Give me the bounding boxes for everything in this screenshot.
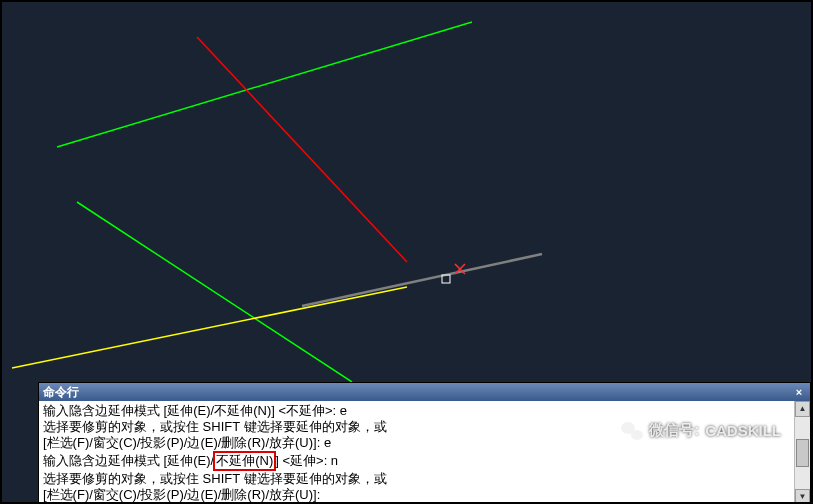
scroll-track[interactable]: [795, 417, 810, 489]
highlight-no-extend: 不延伸(N): [213, 451, 276, 471]
command-line-window: 命令行 × 输入隐含边延伸模式 [延伸(E)/不延伸(N)] <不延伸>: e选…: [38, 382, 811, 504]
canvas-svg: [2, 2, 811, 382]
wechat-icon: [621, 422, 643, 440]
command-line-title: 命令行: [43, 384, 79, 401]
scrollbar-vertical[interactable]: ▲ ▼: [794, 401, 810, 504]
command-line-3: 输入隐含边延伸模式 [延伸(E)/不延伸(N)] <延伸>: n: [43, 451, 806, 471]
command-line-body[interactable]: 输入隐含边延伸模式 [延伸(E)/不延伸(N)] <不延伸>: e选择要修剪的对…: [39, 401, 810, 504]
watermark-value: CADSKILL: [705, 422, 781, 439]
watermark-label: 微信号:: [649, 421, 699, 440]
command-line-4: 选择要修剪的对象，或按住 SHIFT 键选择要延伸的对象，或: [43, 471, 806, 487]
command-line-titlebar[interactable]: 命令行 ×: [39, 383, 810, 401]
red-line[interactable]: [197, 37, 407, 262]
command-line-0: 输入隐含边延伸模式 [延伸(E)/不延伸(N)] <不延伸>: e: [43, 403, 806, 419]
command-line-5: [栏选(F)/窗交(C)/投影(P)/边(E)/删除(R)/放弃(U)]:: [43, 487, 806, 503]
gray-line[interactable]: [302, 254, 542, 306]
close-icon[interactable]: ×: [792, 385, 806, 399]
scroll-down-icon[interactable]: ▼: [795, 489, 810, 504]
green-line-1[interactable]: [57, 22, 472, 147]
yellow-line[interactable]: [12, 287, 407, 368]
scroll-thumb[interactable]: [796, 439, 809, 468]
green-line-2[interactable]: [77, 202, 352, 382]
drawing-canvas[interactable]: [2, 2, 811, 382]
scroll-up-icon[interactable]: ▲: [795, 401, 810, 417]
watermark: 微信号: CADSKILL: [621, 421, 781, 440]
